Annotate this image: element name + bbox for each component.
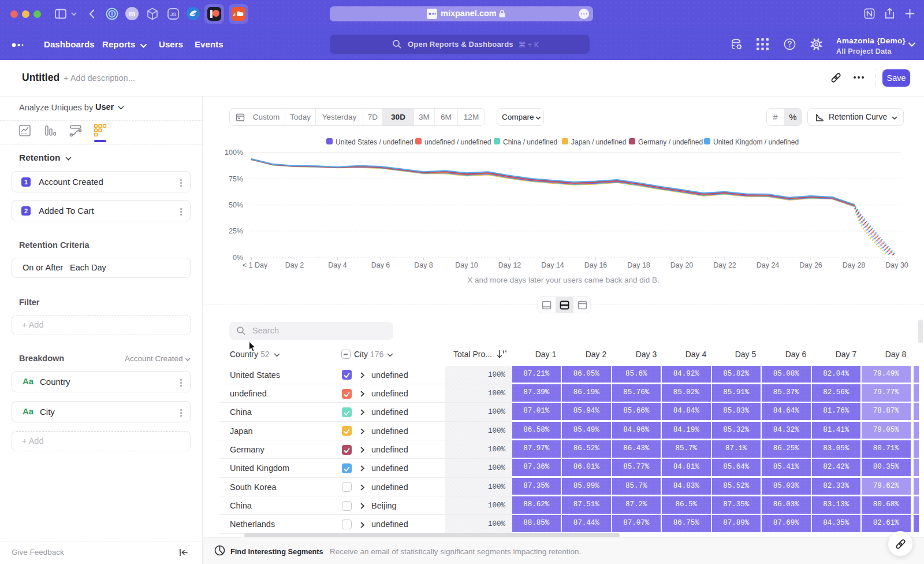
svg-text:Germany / undefined: Germany / undefined bbox=[638, 138, 703, 146]
svg-text:75%: 75% bbox=[229, 175, 243, 183]
svg-text:Day 14: Day 14 bbox=[541, 261, 564, 269]
svg-text:Day 28: Day 28 bbox=[843, 261, 866, 269]
svg-text:China / undefined: China / undefined bbox=[503, 138, 557, 146]
svg-text:undefined / undefined: undefined / undefined bbox=[424, 138, 491, 146]
svg-text:Day 4: Day 4 bbox=[328, 261, 347, 269]
svg-text:Day 8: Day 8 bbox=[414, 261, 433, 269]
svg-text:Japan / undefined: Japan / undefined bbox=[571, 138, 626, 146]
svg-text:Day 18: Day 18 bbox=[627, 261, 650, 269]
svg-text:Day 12: Day 12 bbox=[498, 261, 521, 269]
svg-text:Day 6: Day 6 bbox=[371, 261, 390, 269]
svg-text:Day 10: Day 10 bbox=[455, 261, 478, 269]
svg-text:Day 16: Day 16 bbox=[584, 261, 608, 269]
svg-text:< 1 Day: < 1 Day bbox=[243, 261, 268, 269]
svg-text:Day 22: Day 22 bbox=[713, 261, 736, 269]
svg-text:United States / undefined: United States / undefined bbox=[336, 138, 413, 146]
svg-text:JS: JS bbox=[170, 12, 177, 17]
svg-text:Day 30: Day 30 bbox=[885, 261, 908, 269]
svg-text:Day 20: Day 20 bbox=[670, 261, 694, 269]
svg-text:25%: 25% bbox=[229, 227, 243, 235]
svg-text:100%: 100% bbox=[225, 149, 243, 157]
svg-text:Day 2: Day 2 bbox=[285, 261, 304, 269]
svg-text:50%: 50% bbox=[229, 201, 243, 209]
svg-text:Day 24: Day 24 bbox=[757, 261, 780, 269]
svg-text:0%: 0% bbox=[233, 254, 243, 262]
svg-text:Day 26: Day 26 bbox=[799, 261, 822, 269]
svg-text:United Kingdom / undefined: United Kingdom / undefined bbox=[713, 138, 799, 146]
